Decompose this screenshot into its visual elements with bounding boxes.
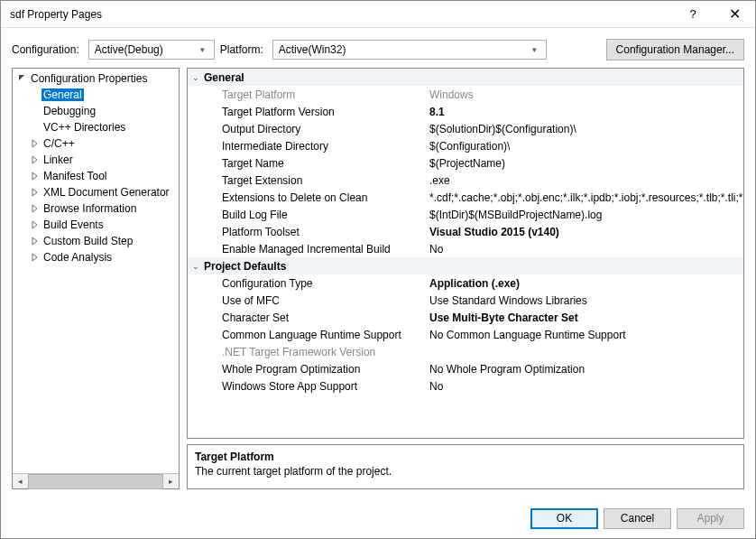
property-name: .NET Target Framework Version xyxy=(204,346,424,358)
property-value[interactable]: $(Configuration)\ xyxy=(424,140,743,153)
ok-button[interactable]: OK xyxy=(530,508,598,529)
expand-icon[interactable] xyxy=(29,153,41,166)
property-value[interactable]: No Whole Program Optimization xyxy=(424,363,743,376)
property-value[interactable]: Windows xyxy=(424,88,743,101)
platform-combo[interactable]: Active(Win32) ▾ xyxy=(272,40,547,60)
platform-label: Platform: xyxy=(220,43,263,56)
cancel-button[interactable]: Cancel xyxy=(604,508,671,529)
description-body: The current target platform of the proje… xyxy=(195,465,736,478)
group-name: General xyxy=(204,71,424,84)
property-row[interactable]: Target Platform Version8.1 xyxy=(188,103,743,120)
help-button[interactable]: ? xyxy=(672,1,714,28)
expand-icon[interactable] xyxy=(29,186,41,199)
property-name: Configuration Type xyxy=(204,277,424,290)
property-row[interactable]: Target Name$(ProjectName) xyxy=(188,154,743,172)
property-name: Use of MFC xyxy=(204,294,424,307)
property-value[interactable]: $(IntDir)$(MSBuildProjectName).log xyxy=(424,209,743,221)
property-value[interactable]: No xyxy=(424,243,743,256)
property-name: Platform Toolset xyxy=(204,226,424,238)
tree-root[interactable]: Configuration Properties xyxy=(13,70,179,87)
scrollbar-thumb[interactable] xyxy=(28,474,163,489)
property-row[interactable]: Platform ToolsetVisual Studio 2015 (v140… xyxy=(188,223,743,240)
property-name: Whole Program Optimization xyxy=(204,363,424,376)
property-group-header[interactable]: ⌄Project Defaults xyxy=(188,257,743,274)
property-value[interactable]: *.cdf;*.cache;*.obj;*.obj.enc;*.ilk;*.ip… xyxy=(424,191,743,204)
configuration-manager-button[interactable]: Configuration Manager... xyxy=(606,39,744,60)
expand-icon[interactable] xyxy=(29,235,41,247)
property-name: Intermediate Directory xyxy=(204,140,424,153)
property-row[interactable]: Character SetUse Multi-Byte Character Se… xyxy=(188,309,743,326)
collapse-icon[interactable] xyxy=(16,72,29,85)
tree-item[interactable]: Browse Information xyxy=(13,200,179,217)
property-row[interactable]: Output Directory$(SolutionDir)$(Configur… xyxy=(188,120,743,137)
property-value[interactable]: Use Multi-Byte Character Set xyxy=(424,311,743,324)
property-row[interactable]: Whole Program OptimizationNo Whole Progr… xyxy=(188,360,743,377)
property-value[interactable]: No Common Language Runtime Support xyxy=(424,329,743,341)
tree-item-label: Debugging xyxy=(41,105,97,117)
property-value[interactable]: No xyxy=(424,380,743,393)
tree-item-label: VC++ Directories xyxy=(41,121,127,134)
tree-item-label: XML Document Generator xyxy=(41,186,171,199)
tree-item[interactable]: C/C++ xyxy=(13,135,179,152)
property-name: Windows Store App Support xyxy=(204,380,424,393)
tree-item[interactable]: Custom Build Step xyxy=(13,233,179,249)
property-name: Target Platform xyxy=(204,88,424,101)
property-row[interactable]: .NET Target Framework Version xyxy=(188,343,743,360)
property-row[interactable]: Configuration TypeApplication (.exe) xyxy=(188,274,743,292)
main-area: Configuration PropertiesGeneralDebugging… xyxy=(1,68,755,498)
chevron-down-icon: ▾ xyxy=(196,45,210,54)
property-row[interactable]: Target Extension.exe xyxy=(188,172,743,189)
property-name: Target Name xyxy=(204,157,424,170)
tree-item[interactable]: XML Document Generator xyxy=(13,184,179,200)
property-group-header[interactable]: ⌄General xyxy=(188,69,743,86)
expand-icon[interactable] xyxy=(29,218,41,231)
property-name: Enable Managed Incremental Build xyxy=(204,243,424,256)
tree-item[interactable]: Build Events xyxy=(13,217,179,233)
tree-item-label: Code Analysis xyxy=(41,251,114,264)
property-value[interactable]: Visual Studio 2015 (v140) xyxy=(424,226,743,238)
configuration-combo[interactable]: Active(Debug) ▾ xyxy=(88,40,215,60)
scroll-right-icon[interactable]: ▸ xyxy=(163,474,179,489)
expand-icon[interactable] xyxy=(29,251,41,264)
tree-panel: Configuration PropertiesGeneralDebugging… xyxy=(12,68,180,489)
tree-item[interactable]: Manifest Tool xyxy=(13,168,179,184)
expand-icon[interactable] xyxy=(29,137,41,150)
tree-item[interactable]: Code Analysis xyxy=(13,249,179,265)
property-row[interactable]: Intermediate Directory$(Configuration)\ xyxy=(188,137,743,154)
property-value[interactable]: Application (.exe) xyxy=(424,277,743,290)
tree-item[interactable]: General xyxy=(13,87,179,103)
property-value[interactable]: $(ProjectName) xyxy=(424,157,743,170)
scroll-left-icon[interactable]: ◂ xyxy=(13,474,28,489)
property-row[interactable]: Extensions to Delete on Clean*.cdf;*.cac… xyxy=(188,189,743,206)
property-tree[interactable]: Configuration PropertiesGeneralDebugging… xyxy=(13,69,179,473)
property-name: Target Extension xyxy=(204,174,424,187)
property-name: Common Language Runtime Support xyxy=(204,329,424,341)
property-row[interactable]: Enable Managed Incremental BuildNo xyxy=(188,240,743,257)
property-value[interactable]: .exe xyxy=(424,174,743,187)
apply-button[interactable]: Apply xyxy=(677,508,744,529)
tree-item[interactable]: VC++ Directories xyxy=(13,119,179,135)
property-name: Output Directory xyxy=(204,123,424,135)
tree-item[interactable]: Debugging xyxy=(13,103,179,119)
property-grid[interactable]: ⌄GeneralTarget PlatformWindowsTarget Pla… xyxy=(187,68,744,439)
property-row[interactable]: Target PlatformWindows xyxy=(188,86,743,103)
collapse-icon[interactable]: ⌄ xyxy=(188,73,204,82)
property-row[interactable]: Windows Store App SupportNo xyxy=(188,377,743,395)
group-name: Project Defaults xyxy=(204,260,424,273)
tree-item[interactable]: Linker xyxy=(13,152,179,168)
collapse-icon[interactable]: ⌄ xyxy=(188,262,204,271)
property-name: Target Platform Version xyxy=(204,106,424,118)
property-row[interactable]: Build Log File$(IntDir)$(MSBuildProjectN… xyxy=(188,206,743,223)
horizontal-scrollbar[interactable]: ◂ ▸ xyxy=(13,473,179,488)
property-value[interactable]: Use Standard Windows Libraries xyxy=(424,294,743,307)
tree-item-label: General xyxy=(41,88,84,101)
property-row[interactable]: Common Language Runtime SupportNo Common… xyxy=(188,326,743,343)
tree-root-label: Configuration Properties xyxy=(29,72,149,85)
property-value[interactable]: $(SolutionDir)$(Configuration)\ xyxy=(424,123,743,135)
expand-icon[interactable] xyxy=(29,202,41,215)
expand-icon[interactable] xyxy=(29,170,41,182)
property-value[interactable]: 8.1 xyxy=(424,106,743,118)
window-title: sdf Property Pages xyxy=(10,8,672,21)
property-row[interactable]: Use of MFCUse Standard Windows Libraries xyxy=(188,292,743,309)
close-button[interactable]: ✕ xyxy=(714,1,755,28)
